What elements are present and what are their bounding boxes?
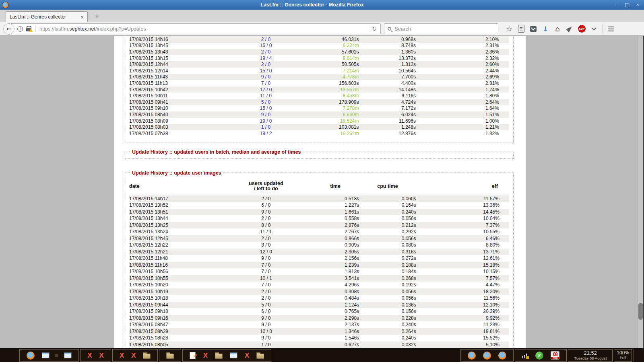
new-tab-button[interactable]: + [92,12,102,21]
updates-check-icon[interactable]: ✓ [535,352,543,360]
row-date: 17/08/2015 09h44 [129,302,221,308]
time-value: 7.214m [312,68,359,74]
table-row: 17/08/2015 11h137 / 0156.603s4.400s2.81% [129,80,509,86]
firefox-icon[interactable] [468,352,476,360]
cpu-time-value: 0.228s [359,315,416,321]
users-count-link[interactable]: 15 / 0 [220,68,311,74]
window-icon[interactable] [42,352,50,358]
xorg-icon[interactable]: X [120,352,124,360]
folder-icon[interactable] [256,354,264,359]
close-button[interactable]: × [636,2,639,8]
users-count-link[interactable]: 2 / 0 [220,37,311,42]
xorg-icon[interactable]: X [203,352,207,360]
dropdown-chevron-icon[interactable] [588,23,600,35]
download-icon[interactable]: ↓ [539,23,551,35]
search-input[interactable]: Search [384,23,498,34]
efficiency-value: 18.20% [416,289,509,294]
row-date: 17/08/2015 09h16 [129,315,221,321]
xorg-icon[interactable]: X [87,352,92,360]
users-count-link[interactable]: 9 / 0 [220,112,311,117]
tab-strip: Last.fm :: Genres collector × + [0,10,644,22]
row-date: 17/08/2015 09h18 [129,309,221,314]
adblock-icon[interactable]: ABP [576,23,588,35]
time-value: 2.767s [312,229,359,234]
reading-list-icon[interactable] [515,23,527,35]
mixed-content-lock-icon[interactable] [26,28,31,31]
xorg-icon[interactable]: X [245,352,249,360]
network-icon[interactable] [522,353,528,358]
row-date: 17/08/2015 11h13 [129,80,220,86]
pocket-icon[interactable] [527,23,539,35]
minimize-button[interactable]: – [615,2,618,8]
back-button[interactable]: ← [3,23,14,35]
time-value: 2.305s [312,249,359,255]
notepad-icon[interactable] [190,352,196,359]
home-icon[interactable]: ⌂ [551,23,564,35]
users-count-link[interactable]: 2 / 0 [220,62,311,67]
calendar-icon[interactable]: 08AUG [551,351,559,360]
tab-genres-collector[interactable]: Last.fm :: Genres collector × [6,11,88,22]
time-value: 0.308s [312,289,359,294]
row-date: 17/08/2015 10h20 [129,282,221,288]
users-count-link[interactable]: 19 / 0 [220,118,311,124]
window-icon[interactable] [230,352,237,358]
table-row: 17/08/2015 13h442 / 00.558s0.056s10.04% [129,215,509,222]
cpu-time-value: 0.272s [359,255,416,261]
xorg-icon[interactable]: X [131,352,136,360]
users-count-link[interactable]: 7 / 0 [220,80,311,86]
section-title: Update History :: update user images [130,170,223,176]
firefox-icon[interactable] [498,352,506,360]
battery-indicator[interactable]: 100% Full [614,349,632,362]
efficiency-value: 8.80% [416,242,509,248]
time-value: 103.081s [312,124,359,130]
users-count-link[interactable]: 19 / 2 [220,131,311,136]
folder-icon[interactable] [215,354,223,359]
time-value: 0.484s [312,295,359,301]
users-count-link[interactable]: 5 / 0 [220,99,311,105]
users-count-link[interactable]: 11 / 0 [220,93,311,99]
users-count-link[interactable]: 15 / 0 [220,105,311,111]
folder-icon[interactable] [166,354,174,359]
table-row: 17/08/2015 08h031 / 0103.081s1.248s1.21% [129,124,509,130]
tab-close-icon[interactable]: × [80,14,84,20]
xorg-icon[interactable]: X [99,352,103,360]
scrollbar-thumb[interactable] [638,303,643,320]
firefox-icon[interactable] [483,352,491,360]
bookmark-star-icon[interactable]: ☆ [503,23,515,35]
url-bar[interactable]: i https://lastfm.sephtex.net/index.php?p… [10,23,381,34]
users-count: 7 / 0 [221,269,312,274]
reload-button[interactable]: ↻ [368,24,380,34]
users-count-link[interactable]: 19 / 4 [220,56,311,61]
users-count: 9 / 0 [221,315,312,321]
efficiency-value: 14.45% [416,209,509,215]
efficiency-value: 19.61% [416,329,509,334]
images-table: 17/08/2015 14h172 / 00.518s0.060s11.57%1… [129,195,509,348]
table-row: 17/08/2015 11h167 / 01.239s0.188s15.18% [129,262,509,269]
window-icon[interactable] [64,352,72,358]
users-count-link[interactable]: 2 / 0 [220,49,311,55]
efficiency-value: 2.44% [416,68,509,74]
clock-widget[interactable]: 21:52 Tuesday 08 August [568,349,613,362]
users-count-link[interactable]: 9 / 0 [220,74,311,80]
page-info-icon[interactable]: i [17,26,23,32]
send-icon[interactable] [564,23,576,35]
cpu-time-value: 0.240s [359,209,416,215]
table-row: 17/08/2015 10h1111 / 08.458m9.116s1.80% [129,93,509,99]
menu-icon[interactable] [605,23,617,35]
users-count-link[interactable]: 15 / 0 [220,43,311,48]
maximize-button[interactable]: □ [625,2,630,8]
cpu-time-value: 9.116s [359,93,416,99]
efficiency-value: 5.10% [416,342,509,348]
row-date: 17/08/2015 09h41 [129,99,220,105]
efficiency-value: 12.10% [416,302,509,308]
row-date: 17/08/2015 08h03 [129,124,220,130]
firefox-icon[interactable] [27,352,35,360]
users-count-link[interactable]: 17 / 0 [220,87,311,93]
users-count: 10 / 1 [221,276,312,281]
folder-icon[interactable] [143,354,151,359]
efficiency-value: 15.18% [416,262,509,268]
users-count-link[interactable]: 1 / 0 [220,124,311,130]
cpu-time-value: 14.148s [359,87,416,93]
row-date: 17/08/2015 08h40 [129,112,220,117]
users-count: 9 / 0 [221,322,312,327]
